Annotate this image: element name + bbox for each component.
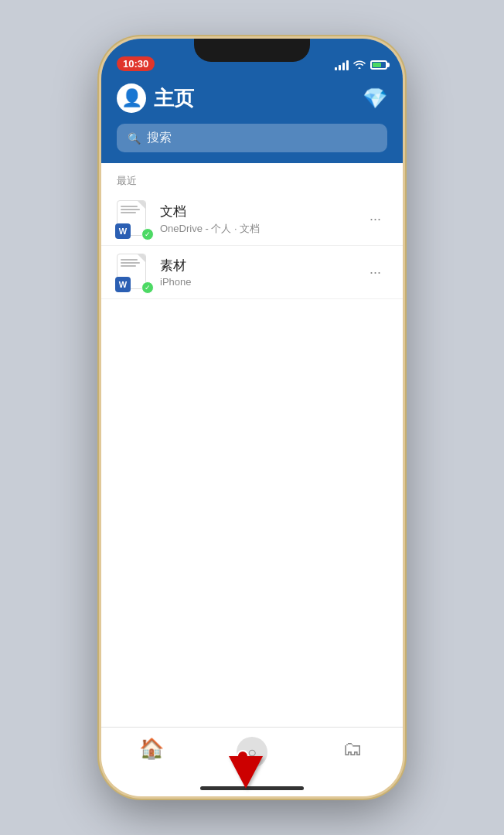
file-name: 文档 [160,203,363,220]
header-left: 👤 主页 [117,84,194,113]
home-indicator [200,786,304,790]
signal-icon [335,60,349,70]
check-badge: ✓ [141,228,154,240]
folder-icon: 🗂 [342,737,363,761]
recent-section-label: 最近 [101,163,403,193]
phone-frame: 10:30 👤 [101,39,403,796]
file-info: 文档 OneDrive - 个人 · 文档 [160,203,363,236]
wifi-icon [353,59,366,71]
search-input[interactable]: 🔍 搜索 [117,124,387,152]
search-bar: 🔍 搜索 [101,124,403,163]
diamond-icon[interactable]: 💎 [363,87,387,111]
nav-item-add[interactable]: ○ [202,737,302,768]
word-badge: W [115,223,131,239]
list-item[interactable]: W ✓ 文档 OneDrive - 个人 · 文档 ··· [101,193,403,246]
main-content: 最近 W ✓ 文档 OneDrive - 个人 · 文档 ··· [101,163,403,727]
nav-item-home[interactable]: 🏠 [101,737,202,761]
add-icon: ○ [247,744,257,762]
check-badge: ✓ [141,281,154,294]
status-icons [335,59,387,71]
file-icon-wrap: W ✓ [117,254,151,291]
file-name: 素材 [160,257,363,274]
page-title: 主页 [154,85,194,112]
search-icon: 🔍 [128,132,141,145]
battery-icon [370,60,387,70]
status-time: 10:30 [117,56,155,71]
more-options-button[interactable]: ··· [363,208,387,230]
file-location: OneDrive - 个人 · 文档 [160,222,363,236]
bottom-nav: 🏠 ○ 🗂 [101,727,403,796]
more-options-button[interactable]: ··· [363,261,387,284]
notch [194,39,310,62]
word-badge: W [115,277,131,292]
nav-item-folder[interactable]: 🗂 [302,737,403,761]
avatar[interactable]: 👤 [117,84,146,113]
file-icon-wrap: W ✓ [117,200,151,237]
file-info: 素材 iPhone [160,257,363,288]
add-circle-button[interactable]: ○ [237,737,267,768]
home-icon: 🏠 [139,737,164,761]
file-location: iPhone [160,276,363,288]
list-item[interactable]: W ✓ 素材 iPhone ··· [101,246,403,299]
user-icon: 👤 [121,88,142,108]
search-placeholder-text: 搜索 [147,130,172,146]
header: 👤 主页 💎 [101,76,403,124]
